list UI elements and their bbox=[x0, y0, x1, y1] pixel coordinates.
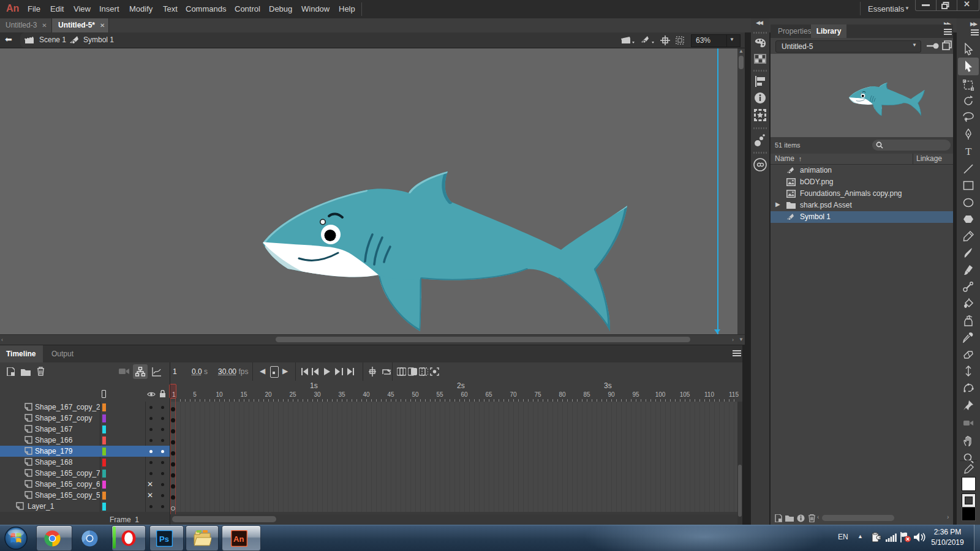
svg-text:T: T bbox=[965, 146, 972, 157]
svg-text:Ps: Ps bbox=[159, 534, 169, 544]
svg-text:An: An bbox=[233, 534, 244, 544]
